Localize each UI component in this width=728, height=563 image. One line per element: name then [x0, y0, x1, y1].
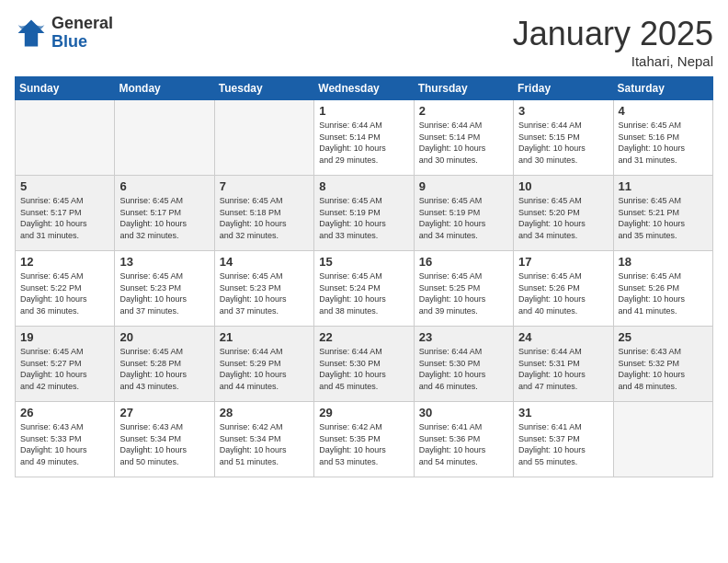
- calendar-day: 20Sunrise: 6:45 AM Sunset: 5:28 PM Dayli…: [115, 327, 214, 402]
- day-info: Sunrise: 6:44 AM Sunset: 5:29 PM Dayligh…: [220, 346, 309, 392]
- day-number: 6: [119, 179, 209, 193]
- day-info: Sunrise: 6:45 AM Sunset: 5:23 PM Dayligh…: [119, 270, 209, 316]
- calendar-day: 7Sunrise: 6:45 AM Sunset: 5:18 PM Daylig…: [214, 176, 313, 251]
- calendar-day: 4Sunrise: 6:45 AM Sunset: 5:16 PM Daylig…: [613, 100, 712, 176]
- calendar-week-1: 5Sunrise: 6:45 AM Sunset: 5:17 PM Daylig…: [16, 176, 713, 251]
- calendar-day: 24Sunrise: 6:44 AM Sunset: 5:31 PM Dayli…: [514, 327, 613, 402]
- day-number: 25: [619, 330, 708, 344]
- logo-general: General: [51, 15, 113, 33]
- day-info: Sunrise: 6:42 AM Sunset: 5:34 PM Dayligh…: [220, 421, 309, 467]
- calendar-day: 25Sunrise: 6:43 AM Sunset: 5:32 PM Dayli…: [613, 327, 712, 402]
- calendar-day: 27Sunrise: 6:43 AM Sunset: 5:34 PM Dayli…: [115, 402, 214, 477]
- day-number: 10: [518, 179, 608, 193]
- logo-icon: [15, 17, 48, 50]
- day-number: 29: [319, 406, 408, 419]
- calendar-week-2: 12Sunrise: 6:45 AM Sunset: 5:22 PM Dayli…: [16, 251, 713, 327]
- day-number: 20: [119, 330, 209, 344]
- day-number: 21: [220, 330, 309, 344]
- day-info: Sunrise: 6:43 AM Sunset: 5:34 PM Dayligh…: [119, 421, 209, 467]
- title-block: January 2025 Itahari, Nepal: [513, 15, 713, 69]
- day-number: 22: [319, 330, 408, 344]
- calendar-day: 3Sunrise: 6:44 AM Sunset: 5:15 PM Daylig…: [514, 100, 613, 176]
- day-info: Sunrise: 6:45 AM Sunset: 5:21 PM Dayligh…: [619, 195, 708, 241]
- calendar-day: 22Sunrise: 6:44 AM Sunset: 5:30 PM Dayli…: [314, 327, 414, 402]
- day-info: Sunrise: 6:44 AM Sunset: 5:30 PM Dayligh…: [319, 346, 408, 392]
- calendar-day: [16, 100, 115, 176]
- day-number: 31: [518, 406, 608, 419]
- day-info: Sunrise: 6:44 AM Sunset: 5:14 PM Dayligh…: [319, 120, 408, 166]
- calendar-day: 12Sunrise: 6:45 AM Sunset: 5:22 PM Dayli…: [16, 251, 115, 327]
- weekday-header-monday: Monday: [115, 77, 214, 100]
- day-number: 4: [619, 104, 708, 118]
- day-number: 16: [419, 255, 508, 269]
- day-info: Sunrise: 6:44 AM Sunset: 5:30 PM Dayligh…: [419, 346, 508, 392]
- location: Itahari, Nepal: [513, 53, 713, 69]
- calendar-day: 26Sunrise: 6:43 AM Sunset: 5:33 PM Dayli…: [16, 402, 115, 477]
- calendar-day: 14Sunrise: 6:45 AM Sunset: 5:23 PM Dayli…: [214, 251, 313, 327]
- calendar-week-0: 1Sunrise: 6:44 AM Sunset: 5:14 PM Daylig…: [16, 100, 713, 176]
- calendar-day: 23Sunrise: 6:44 AM Sunset: 5:30 PM Dayli…: [414, 327, 513, 402]
- weekday-header-friday: Friday: [514, 77, 613, 100]
- day-number: 19: [20, 330, 109, 344]
- day-info: Sunrise: 6:45 AM Sunset: 5:28 PM Dayligh…: [119, 346, 209, 392]
- day-info: Sunrise: 6:45 AM Sunset: 5:19 PM Dayligh…: [319, 195, 408, 241]
- day-info: Sunrise: 6:45 AM Sunset: 5:18 PM Dayligh…: [220, 195, 309, 241]
- calendar-day: 19Sunrise: 6:45 AM Sunset: 5:27 PM Dayli…: [16, 327, 115, 402]
- weekday-header-sunday: Sunday: [16, 77, 115, 100]
- calendar-header-row: SundayMondayTuesdayWednesdayThursdayFrid…: [16, 77, 713, 100]
- weekday-header-saturday: Saturday: [613, 77, 712, 100]
- calendar-day: 2Sunrise: 6:44 AM Sunset: 5:14 PM Daylig…: [414, 100, 513, 176]
- day-number: 2: [419, 104, 508, 118]
- day-info: Sunrise: 6:44 AM Sunset: 5:14 PM Dayligh…: [419, 120, 508, 166]
- calendar-week-4: 26Sunrise: 6:43 AM Sunset: 5:33 PM Dayli…: [16, 402, 713, 477]
- day-number: 24: [518, 330, 608, 344]
- day-info: Sunrise: 6:45 AM Sunset: 5:26 PM Dayligh…: [619, 270, 708, 316]
- day-info: Sunrise: 6:45 AM Sunset: 5:26 PM Dayligh…: [518, 270, 608, 316]
- calendar-day: 6Sunrise: 6:45 AM Sunset: 5:17 PM Daylig…: [115, 176, 214, 251]
- weekday-header-thursday: Thursday: [414, 77, 513, 100]
- weekday-header-tuesday: Tuesday: [214, 77, 313, 100]
- day-info: Sunrise: 6:44 AM Sunset: 5:31 PM Dayligh…: [518, 346, 608, 392]
- day-info: Sunrise: 6:45 AM Sunset: 5:24 PM Dayligh…: [319, 270, 408, 316]
- calendar-day: 16Sunrise: 6:45 AM Sunset: 5:25 PM Dayli…: [414, 251, 513, 327]
- calendar-day: 18Sunrise: 6:45 AM Sunset: 5:26 PM Dayli…: [613, 251, 712, 327]
- day-number: 9: [419, 179, 508, 193]
- day-number: 1: [319, 104, 408, 118]
- calendar-table: SundayMondayTuesdayWednesdayThursdayFrid…: [15, 76, 713, 477]
- day-number: 17: [518, 255, 608, 269]
- month-title: January 2025: [513, 15, 713, 53]
- calendar-day: 30Sunrise: 6:41 AM Sunset: 5:36 PM Dayli…: [414, 402, 513, 477]
- day-info: Sunrise: 6:45 AM Sunset: 5:17 PM Dayligh…: [119, 195, 209, 241]
- day-info: Sunrise: 6:45 AM Sunset: 5:22 PM Dayligh…: [20, 270, 109, 316]
- day-info: Sunrise: 6:45 AM Sunset: 5:20 PM Dayligh…: [518, 195, 608, 241]
- calendar-day: 13Sunrise: 6:45 AM Sunset: 5:23 PM Dayli…: [115, 251, 214, 327]
- day-info: Sunrise: 6:45 AM Sunset: 5:27 PM Dayligh…: [20, 346, 109, 392]
- calendar-week-3: 19Sunrise: 6:45 AM Sunset: 5:27 PM Dayli…: [16, 327, 713, 402]
- calendar-day: 31Sunrise: 6:41 AM Sunset: 5:37 PM Dayli…: [514, 402, 613, 477]
- calendar-day: 15Sunrise: 6:45 AM Sunset: 5:24 PM Dayli…: [314, 251, 414, 327]
- day-number: 26: [20, 406, 109, 419]
- day-info: Sunrise: 6:44 AM Sunset: 5:15 PM Dayligh…: [518, 120, 608, 166]
- day-info: Sunrise: 6:43 AM Sunset: 5:32 PM Dayligh…: [619, 346, 708, 392]
- calendar-day: 21Sunrise: 6:44 AM Sunset: 5:29 PM Dayli…: [214, 327, 313, 402]
- logo: General Blue: [15, 15, 113, 52]
- day-number: 27: [119, 406, 209, 419]
- day-number: 3: [518, 104, 608, 118]
- calendar-day: 17Sunrise: 6:45 AM Sunset: 5:26 PM Dayli…: [514, 251, 613, 327]
- calendar-day: [214, 100, 313, 176]
- day-info: Sunrise: 6:45 AM Sunset: 5:25 PM Dayligh…: [419, 270, 508, 316]
- calendar-day: [613, 402, 712, 477]
- calendar-day: 11Sunrise: 6:45 AM Sunset: 5:21 PM Dayli…: [613, 176, 712, 251]
- header: General Blue January 2025 Itahari, Nepal: [15, 15, 713, 69]
- day-number: 12: [20, 255, 109, 269]
- calendar-day: 10Sunrise: 6:45 AM Sunset: 5:20 PM Dayli…: [514, 176, 613, 251]
- calendar-day: [115, 100, 214, 176]
- day-number: 18: [619, 255, 708, 269]
- calendar-day: 5Sunrise: 6:45 AM Sunset: 5:17 PM Daylig…: [16, 176, 115, 251]
- calendar-day: 28Sunrise: 6:42 AM Sunset: 5:34 PM Dayli…: [214, 402, 313, 477]
- calendar-day: 9Sunrise: 6:45 AM Sunset: 5:19 PM Daylig…: [414, 176, 513, 251]
- page-container: General Blue January 2025 Itahari, Nepal…: [0, 0, 728, 485]
- logo-blue: Blue: [51, 33, 113, 52]
- calendar-day: 1Sunrise: 6:44 AM Sunset: 5:14 PM Daylig…: [314, 100, 414, 176]
- day-number: 13: [119, 255, 209, 269]
